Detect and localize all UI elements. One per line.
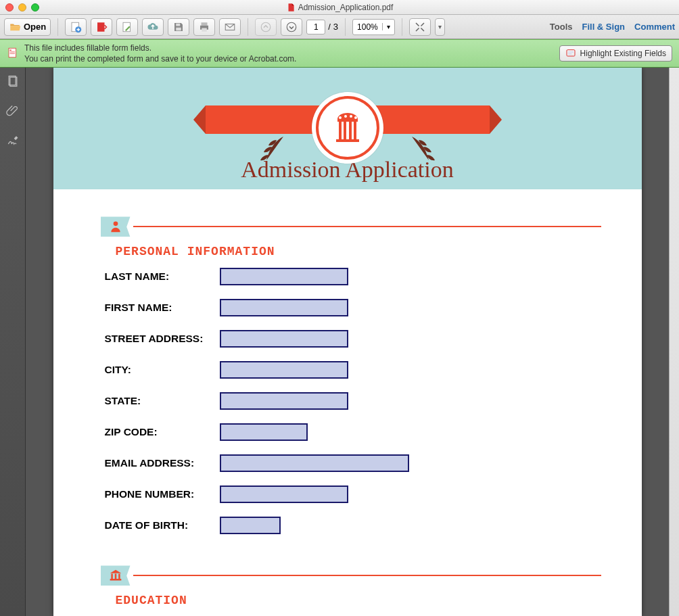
navigation-panel <box>0 68 26 616</box>
svg-rect-35 <box>110 579 121 581</box>
pdf-file-icon <box>286 3 296 12</box>
svg-point-30 <box>354 116 357 119</box>
envelope-icon <box>224 21 236 33</box>
read-mode-button[interactable] <box>409 18 431 36</box>
cloud-upload-icon <box>147 21 159 33</box>
svg-rect-2 <box>97 22 105 32</box>
svg-rect-32 <box>111 574 113 579</box>
laurel-left-icon <box>246 130 294 173</box>
window-controls <box>0 3 39 11</box>
paperclip-icon <box>6 104 20 118</box>
convert-pdf-button[interactable] <box>91 18 112 36</box>
section-icon-personal <box>101 216 131 237</box>
section-header-personal <box>101 216 601 237</box>
svg-point-29 <box>350 115 352 118</box>
open-button-label: Open <box>24 22 46 32</box>
laurel-right-icon <box>402 130 449 173</box>
field-state[interactable] <box>220 392 348 410</box>
window-titlebar: Admission_Application.pdf <box>0 0 679 15</box>
form-info-icon <box>7 47 19 61</box>
right-panel-tabs: Tools Fill & Sign Comment <box>550 22 675 32</box>
create-pdf-button[interactable] <box>65 18 87 36</box>
vertical-scrollbar[interactable] <box>669 68 679 616</box>
svg-rect-22 <box>339 122 342 139</box>
page-down-button[interactable] <box>281 18 302 36</box>
label-city: CITY: <box>105 364 220 376</box>
convert-pdf-icon <box>95 21 108 33</box>
cloud-button[interactable] <box>142 18 164 36</box>
svg-rect-18 <box>568 53 571 54</box>
toolbar-separator <box>248 18 248 36</box>
chevron-down-icon: ▾ <box>382 23 394 30</box>
svg-point-10 <box>261 22 271 32</box>
label-zip: ZIP CODE: <box>105 426 220 438</box>
email-button[interactable] <box>219 18 241 36</box>
svg-rect-21 <box>337 119 358 122</box>
folder-open-icon <box>9 21 21 33</box>
close-window-button[interactable] <box>5 3 14 11</box>
window-title: Admission_Application.pdf <box>0 3 679 12</box>
print-button[interactable] <box>193 18 215 36</box>
toolbar-separator <box>57 18 58 36</box>
zoom-value: 100% <box>353 22 382 32</box>
more-tools-button[interactable]: ▾ <box>435 18 445 36</box>
svg-rect-6 <box>202 22 208 26</box>
svg-rect-14 <box>10 51 16 52</box>
svg-rect-8 <box>202 28 207 31</box>
person-icon <box>109 220 122 233</box>
document-page: Admission Application PERSONAL INFORMATI… <box>53 68 642 616</box>
svg-rect-5 <box>176 27 181 30</box>
svg-rect-25 <box>354 122 356 139</box>
save-icon <box>172 21 185 33</box>
column-icon <box>331 111 365 145</box>
expand-icon <box>414 21 426 33</box>
field-email[interactable] <box>220 454 409 472</box>
thumbnails-tab[interactable] <box>6 74 20 91</box>
label-email: EMAIL ADDRESS: <box>105 457 220 469</box>
field-last-name[interactable] <box>220 268 348 285</box>
comment-tab[interactable]: Comment <box>634 22 675 32</box>
field-city[interactable] <box>220 361 348 379</box>
main-toolbar: Open / 3 100% ▾ ▾ T <box>0 15 679 39</box>
open-button[interactable]: Open <box>4 18 51 36</box>
field-dob[interactable] <box>220 517 281 534</box>
form-info-message: This file includes fillable form fields.… <box>24 43 554 64</box>
section-header-education <box>101 565 601 586</box>
svg-rect-24 <box>349 122 352 139</box>
document-viewer[interactable]: Admission Application PERSONAL INFORMATI… <box>26 68 669 616</box>
fill-sign-tab[interactable]: Fill & Sign <box>582 22 625 32</box>
window-title-text: Admission_Application.pdf <box>298 3 394 12</box>
svg-rect-15 <box>10 53 16 53</box>
svg-point-27 <box>339 116 342 119</box>
svg-rect-34 <box>118 574 120 579</box>
field-street[interactable] <box>220 330 348 348</box>
toolbar-separator <box>402 18 402 36</box>
svg-rect-17 <box>568 52 573 53</box>
page-up-button[interactable] <box>255 18 277 36</box>
label-last-name: LAST NAME: <box>105 270 220 283</box>
field-zip[interactable] <box>220 423 308 441</box>
highlight-fields-button[interactable]: Highlight Existing Fields <box>559 45 672 62</box>
label-phone: PHONE NUMBER: <box>105 488 220 500</box>
edit-icon <box>121 21 133 33</box>
field-first-name[interactable] <box>220 299 348 316</box>
seal-badge <box>316 96 379 160</box>
svg-rect-4 <box>176 23 180 26</box>
attachments-tab[interactable] <box>6 104 20 120</box>
minimize-window-button[interactable] <box>18 3 26 11</box>
zoom-selector[interactable]: 100% ▾ <box>352 19 395 35</box>
page-counter: / 3 <box>306 20 338 34</box>
svg-rect-16 <box>567 50 575 56</box>
section-title-education: EDUCATION <box>116 594 601 607</box>
zoom-window-button[interactable] <box>31 3 39 11</box>
personal-form: LAST NAME: FIRST NAME: STREET ADDRESS: C… <box>105 268 601 534</box>
svg-rect-13 <box>10 49 11 51</box>
highlight-icon <box>565 48 576 59</box>
field-phone[interactable] <box>220 485 348 503</box>
edit-pdf-button[interactable] <box>116 18 138 36</box>
tools-tab[interactable]: Tools <box>550 22 573 32</box>
signatures-tab[interactable] <box>6 134 20 150</box>
save-button[interactable] <box>168 18 189 36</box>
page-number-input[interactable] <box>306 20 325 34</box>
arrow-up-icon <box>260 21 272 33</box>
